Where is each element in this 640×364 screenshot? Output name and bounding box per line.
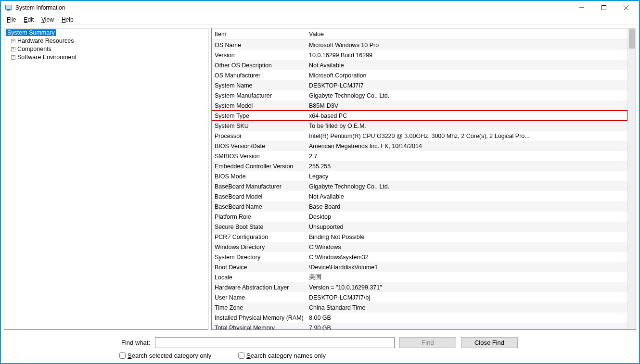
plus-icon[interactable]: +	[11, 55, 15, 60]
detail-row[interactable]: PCR7 ConfigurationBinding Not Possible	[212, 232, 627, 242]
detail-item: OS Name	[215, 42, 309, 49]
tree-root[interactable]: System Summary	[6, 29, 56, 36]
tree-item-label: Software Environment	[17, 54, 77, 61]
window-title: System Information	[15, 4, 65, 11]
close-button[interactable]	[615, 1, 637, 14]
menu-file[interactable]: File	[3, 15, 20, 24]
search-selected-checkbox[interactable]: Search selected category only	[119, 352, 211, 359]
detail-item: BIOS Mode	[215, 173, 309, 180]
detail-row[interactable]: Time ZoneChina Standard Time	[212, 302, 627, 313]
detail-item: Windows Directory	[215, 244, 309, 251]
find-button[interactable]: Find	[399, 337, 456, 348]
detail-value: Microsoft Corporation	[309, 72, 627, 79]
detail-value: x64-based PC	[309, 113, 627, 119]
detail-item: System Manufacturer	[215, 92, 309, 99]
col-value[interactable]: Value	[309, 31, 627, 38]
svg-rect-1	[6, 5, 12, 9]
detail-value: Legacy	[309, 173, 627, 180]
find-panel: Find what: Find Close Find Search select…	[2, 333, 638, 362]
detail-value: Intel(R) Pentium(R) CPU G3220 @ 3.00GHz,…	[309, 133, 627, 139]
tree-item[interactable]: +Hardware Resources	[11, 38, 206, 44]
detail-value: 2.7	[309, 153, 627, 160]
scrollbar-thumb[interactable]	[629, 29, 635, 49]
detail-row[interactable]: Hardware Abstraction LayerVersion = "10.…	[212, 282, 627, 292]
detail-item: Time Zone	[215, 304, 309, 311]
chk-names-input[interactable]	[238, 352, 244, 359]
detail-row[interactable]: Total Physical Memory7.90 GB	[212, 323, 627, 329]
detail-row[interactable]: SMBIOS Version2.7	[212, 151, 627, 161]
detail-item: BaseBoard Manufacturer	[215, 183, 309, 190]
app-icon	[5, 4, 13, 12]
detail-row[interactable]: Locale美国	[212, 272, 627, 282]
category-tree[interactable]: System Summary +Hardware Resources+Compo…	[4, 28, 208, 330]
detail-row[interactable]: OS ManufacturerMicrosoft Corporation	[212, 70, 627, 80]
detail-row[interactable]: BIOS Version/DateAmerican Megatrends Inc…	[212, 141, 627, 151]
detail-value: Base Board	[309, 203, 627, 210]
detail-row[interactable]: System DirectoryC:\Windows\system32	[212, 252, 627, 262]
detail-row[interactable]: Secure Boot StateUnsupported	[212, 222, 627, 232]
detail-value: 美国	[309, 273, 627, 281]
svg-rect-4	[602, 6, 606, 10]
detail-value: 10.0.16299 Build 16299	[309, 52, 627, 59]
detail-row[interactable]: Boot Device\Device\HarddiskVolume1	[212, 262, 627, 272]
detail-row[interactable]: System Typex64-based PC	[212, 111, 627, 121]
detail-item: System Name	[215, 82, 309, 89]
detail-item: Secure Boot State	[215, 224, 309, 230]
detail-row[interactable]: BaseBoard ModelNot Available	[212, 191, 627, 201]
plus-icon[interactable]: +	[11, 47, 15, 51]
menu-help[interactable]: Help	[58, 15, 77, 24]
details-header[interactable]: Item Value	[212, 28, 627, 40]
detail-value: B85M-D3V	[309, 102, 627, 109]
col-item[interactable]: Item	[215, 31, 309, 38]
detail-item: Boot Device	[215, 264, 309, 271]
detail-row[interactable]: System SKUTo be filled by O.E.M.	[212, 121, 627, 131]
menu-edit[interactable]: Edit	[20, 15, 38, 24]
detail-row[interactable]: Windows DirectoryC:\Windows	[212, 242, 627, 252]
menu-view[interactable]: View	[38, 15, 58, 24]
detail-value: Not Available	[309, 62, 627, 69]
detail-row[interactable]: BaseBoard NameBase Board	[212, 201, 627, 212]
tree-item[interactable]: +Software Environment	[11, 54, 206, 61]
detail-value: To be filled by O.E.M.	[309, 123, 627, 129]
detail-row[interactable]: BaseBoard ManufacturerGigabyte Technolog…	[212, 181, 627, 191]
detail-row[interactable]: Version10.0.16299 Build 16299	[212, 50, 627, 60]
tree-item[interactable]: +Components	[11, 46, 206, 52]
detail-row[interactable]: Other OS DescriptionNot Available	[212, 60, 627, 70]
detail-value: DESKTOP-LCMJ7I7\bj	[309, 294, 627, 301]
detail-value: Version = "10.0.16299.371"	[309, 284, 627, 291]
detail-row[interactable]: System NameDESKTOP-LCMJ7I7	[212, 80, 627, 90]
find-input[interactable]	[155, 337, 395, 348]
detail-value: 255.255	[309, 163, 627, 170]
detail-item: System Type	[215, 113, 309, 119]
detail-row[interactable]: Platform RoleDesktop	[212, 212, 627, 222]
chk-selected-input[interactable]	[119, 352, 126, 359]
plus-icon[interactable]: +	[11, 39, 15, 43]
detail-row[interactable]: OS NameMicrosoft Windows 10 Pro	[212, 40, 627, 50]
detail-item: Installed Physical Memory (RAM)	[215, 314, 309, 321]
detail-item: OS Manufacturer	[215, 72, 309, 79]
titlebar: System Information	[1, 1, 639, 14]
detail-item: Platform Role	[215, 213, 309, 220]
vertical-scrollbar[interactable]	[627, 28, 636, 329]
detail-row[interactable]: User NameDESKTOP-LCMJ7I7\bj	[212, 292, 627, 302]
detail-row[interactable]: Embedded Controller Version255.255	[212, 161, 627, 171]
detail-item: Version	[215, 52, 309, 59]
detail-value: China Standard Time	[309, 304, 627, 311]
detail-item: System Directory	[215, 254, 309, 261]
detail-row[interactable]: System ModelB85M-D3V	[212, 100, 627, 111]
detail-item: BIOS Version/Date	[215, 143, 309, 150]
minimize-button[interactable]	[571, 1, 593, 14]
close-find-button[interactable]: Close Find	[461, 337, 518, 348]
svg-rect-2	[7, 10, 10, 11]
detail-row[interactable]: ProcessorIntel(R) Pentium(R) CPU G3220 @…	[212, 131, 627, 141]
detail-value: American Megatrends Inc. FK, 10/14/2014	[309, 143, 627, 150]
detail-row[interactable]: BIOS ModeLegacy	[212, 171, 627, 181]
detail-value: Binding Not Possible	[309, 234, 627, 240]
detail-value: Desktop	[309, 213, 627, 220]
detail-row[interactable]: System ManufacturerGigabyte Technology C…	[212, 90, 627, 100]
search-names-checkbox[interactable]: Search category names only	[238, 352, 326, 359]
details-pane: Item Value OS NameMicrosoft Windows 10 P…	[211, 28, 636, 330]
detail-row[interactable]: Installed Physical Memory (RAM)8.00 GB	[212, 313, 627, 323]
maximize-button[interactable]	[593, 1, 615, 14]
detail-item: PCR7 Configuration	[215, 234, 309, 240]
